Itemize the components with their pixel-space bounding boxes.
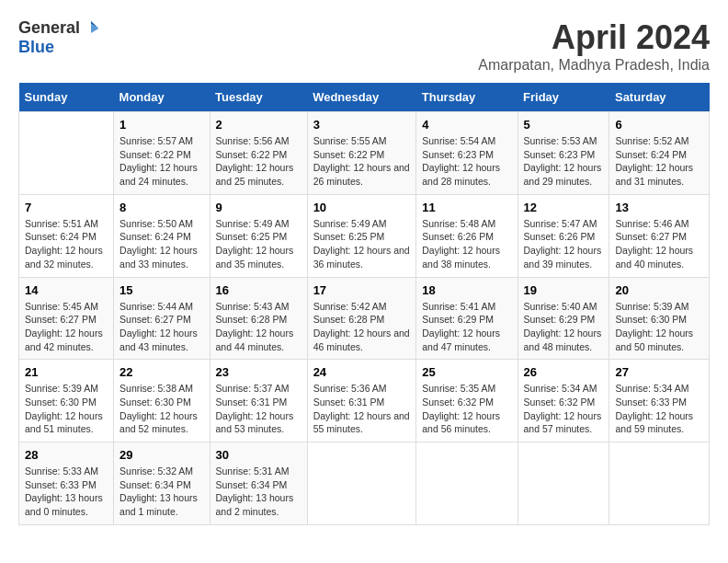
day-info: Sunrise: 5:53 AM Sunset: 6:23 PM Dayligh… [524,134,604,189]
calendar-cell: 27 Sunrise: 5:34 AM Sunset: 6:33 PM Dayl… [609,360,710,442]
calendar-cell: 13 Sunrise: 5:46 AM Sunset: 6:27 PM Dayl… [609,194,710,277]
day-number: 20 [615,283,703,297]
day-info: Sunrise: 5:54 AM Sunset: 6:23 PM Dayligh… [422,134,511,189]
page-title: April 2024 [478,18,710,57]
weekday-header-tuesday: Tuesday [210,83,307,112]
logo: General Blue [18,18,100,57]
calendar-cell: 24 Sunrise: 5:36 AM Sunset: 6:31 PM Dayl… [307,360,416,442]
day-number: 1 [119,118,203,132]
calendar-cell: 20 Sunrise: 5:39 AM Sunset: 6:30 PM Dayl… [609,277,710,360]
day-info: Sunrise: 5:41 AM Sunset: 6:29 PM Dayligh… [422,300,511,354]
day-info: Sunrise: 5:39 AM Sunset: 6:30 PM Dayligh… [25,382,108,436]
day-info: Sunrise: 5:51 AM Sunset: 6:24 PM Dayligh… [25,217,108,271]
day-number: 19 [524,283,604,297]
calendar-cell: 28 Sunrise: 5:33 AM Sunset: 6:33 PM Dayl… [19,442,114,525]
calendar-cell: 10 Sunrise: 5:49 AM Sunset: 6:25 PM Dayl… [307,194,416,277]
calendar-cell: 25 Sunrise: 5:35 AM Sunset: 6:32 PM Dayl… [416,360,518,442]
day-info: Sunrise: 5:35 AM Sunset: 6:32 PM Dayligh… [422,382,511,436]
calendar-cell: 29 Sunrise: 5:32 AM Sunset: 6:34 PM Dayl… [114,442,210,525]
day-info: Sunrise: 5:36 AM Sunset: 6:31 PM Dayligh… [313,382,411,436]
calendar-cell: 5 Sunrise: 5:53 AM Sunset: 6:23 PM Dayli… [518,112,609,195]
logo-blue-text: Blue [18,38,54,57]
calendar-cell [518,442,609,525]
day-number: 12 [524,201,604,214]
day-info: Sunrise: 5:38 AM Sunset: 6:30 PM Dayligh… [119,382,203,436]
day-info: Sunrise: 5:55 AM Sunset: 6:22 PM Dayligh… [313,134,411,189]
calendar-week-row: 14 Sunrise: 5:45 AM Sunset: 6:27 PM Dayl… [19,277,710,360]
page-header: General Blue April 2024 Amarpatan, Madhy… [18,18,710,74]
day-number: 28 [25,448,108,462]
day-info: Sunrise: 5:49 AM Sunset: 6:25 PM Dayligh… [313,217,411,271]
calendar-cell [416,442,518,525]
day-number: 29 [119,448,203,462]
calendar-cell: 22 Sunrise: 5:38 AM Sunset: 6:30 PM Dayl… [114,360,210,442]
day-info: Sunrise: 5:43 AM Sunset: 6:28 PM Dayligh… [216,300,301,354]
calendar-week-row: 28 Sunrise: 5:33 AM Sunset: 6:33 PM Dayl… [19,442,710,525]
calendar-cell: 14 Sunrise: 5:45 AM Sunset: 6:27 PM Dayl… [19,277,114,360]
calendar-cell: 1 Sunrise: 5:57 AM Sunset: 6:22 PM Dayli… [114,112,210,195]
day-number: 5 [524,118,604,132]
day-number: 3 [313,118,411,132]
day-info: Sunrise: 5:45 AM Sunset: 6:27 PM Dayligh… [25,300,108,354]
day-info: Sunrise: 5:33 AM Sunset: 6:33 PM Dayligh… [25,465,108,519]
day-number: 17 [313,283,411,297]
title-section: April 2024 Amarpatan, Madhya Pradesh, In… [478,18,710,74]
calendar-cell: 6 Sunrise: 5:52 AM Sunset: 6:24 PM Dayli… [609,112,710,195]
weekday-header-friday: Friday [518,83,609,112]
day-info: Sunrise: 5:48 AM Sunset: 6:26 PM Dayligh… [422,217,511,271]
day-number: 6 [615,118,703,132]
calendar-cell: 12 Sunrise: 5:47 AM Sunset: 6:26 PM Dayl… [518,194,609,277]
weekday-header-sunday: Sunday [19,83,114,112]
day-info: Sunrise: 5:34 AM Sunset: 6:33 PM Dayligh… [615,382,703,436]
calendar-cell: 30 Sunrise: 5:31 AM Sunset: 6:34 PM Dayl… [210,442,307,525]
calendar-cell [609,442,710,525]
logo-general-text: General [18,18,80,38]
calendar-week-row: 7 Sunrise: 5:51 AM Sunset: 6:24 PM Dayli… [19,194,710,277]
day-info: Sunrise: 5:34 AM Sunset: 6:32 PM Dayligh… [524,382,604,436]
day-number: 25 [422,365,511,379]
day-number: 7 [25,201,108,214]
day-number: 22 [119,365,203,379]
calendar-cell: 26 Sunrise: 5:34 AM Sunset: 6:32 PM Dayl… [518,360,609,442]
day-info: Sunrise: 5:39 AM Sunset: 6:30 PM Dayligh… [615,300,703,354]
day-info: Sunrise: 5:31 AM Sunset: 6:34 PM Dayligh… [216,465,301,519]
day-number: 27 [615,365,703,379]
day-number: 30 [216,448,301,462]
day-info: Sunrise: 5:32 AM Sunset: 6:34 PM Dayligh… [119,465,203,519]
day-number: 16 [216,283,301,297]
weekday-header-thursday: Thursday [416,83,518,112]
calendar-cell: 16 Sunrise: 5:43 AM Sunset: 6:28 PM Dayl… [210,277,307,360]
day-info: Sunrise: 5:44 AM Sunset: 6:27 PM Dayligh… [119,300,203,354]
day-info: Sunrise: 5:42 AM Sunset: 6:28 PM Dayligh… [313,300,411,354]
day-number: 8 [119,201,203,214]
day-info: Sunrise: 5:52 AM Sunset: 6:24 PM Dayligh… [615,134,703,189]
calendar-cell: 17 Sunrise: 5:42 AM Sunset: 6:28 PM Dayl… [307,277,416,360]
calendar-cell [307,442,416,525]
day-info: Sunrise: 5:40 AM Sunset: 6:29 PM Dayligh… [524,300,604,354]
weekday-header-row: SundayMondayTuesdayWednesdayThursdayFrid… [19,83,710,112]
calendar-cell: 2 Sunrise: 5:56 AM Sunset: 6:22 PM Dayli… [210,112,307,195]
calendar-cell [19,112,114,195]
day-number: 21 [25,365,108,379]
day-number: 2 [216,118,301,132]
day-info: Sunrise: 5:50 AM Sunset: 6:24 PM Dayligh… [119,217,203,271]
calendar-cell: 19 Sunrise: 5:40 AM Sunset: 6:29 PM Dayl… [518,277,609,360]
day-info: Sunrise: 5:49 AM Sunset: 6:25 PM Dayligh… [216,217,301,271]
calendar-cell: 8 Sunrise: 5:50 AM Sunset: 6:24 PM Dayli… [114,194,210,277]
weekday-header-wednesday: Wednesday [307,83,416,112]
day-number: 14 [25,283,108,297]
calendar-cell: 23 Sunrise: 5:37 AM Sunset: 6:31 PM Dayl… [210,360,307,442]
calendar-cell: 18 Sunrise: 5:41 AM Sunset: 6:29 PM Dayl… [416,277,518,360]
day-info: Sunrise: 5:37 AM Sunset: 6:31 PM Dayligh… [216,382,301,436]
day-number: 24 [313,365,411,379]
calendar-cell: 15 Sunrise: 5:44 AM Sunset: 6:27 PM Dayl… [114,277,210,360]
day-info: Sunrise: 5:47 AM Sunset: 6:26 PM Dayligh… [524,217,604,271]
day-number: 11 [422,201,511,214]
day-number: 18 [422,283,511,297]
day-number: 9 [216,201,301,214]
calendar-cell: 4 Sunrise: 5:54 AM Sunset: 6:23 PM Dayli… [416,112,518,195]
page-subtitle: Amarpatan, Madhya Pradesh, India [478,57,710,74]
day-info: Sunrise: 5:57 AM Sunset: 6:22 PM Dayligh… [119,134,203,189]
calendar-cell: 3 Sunrise: 5:55 AM Sunset: 6:22 PM Dayli… [307,112,416,195]
calendar-cell: 21 Sunrise: 5:39 AM Sunset: 6:30 PM Dayl… [19,360,114,442]
